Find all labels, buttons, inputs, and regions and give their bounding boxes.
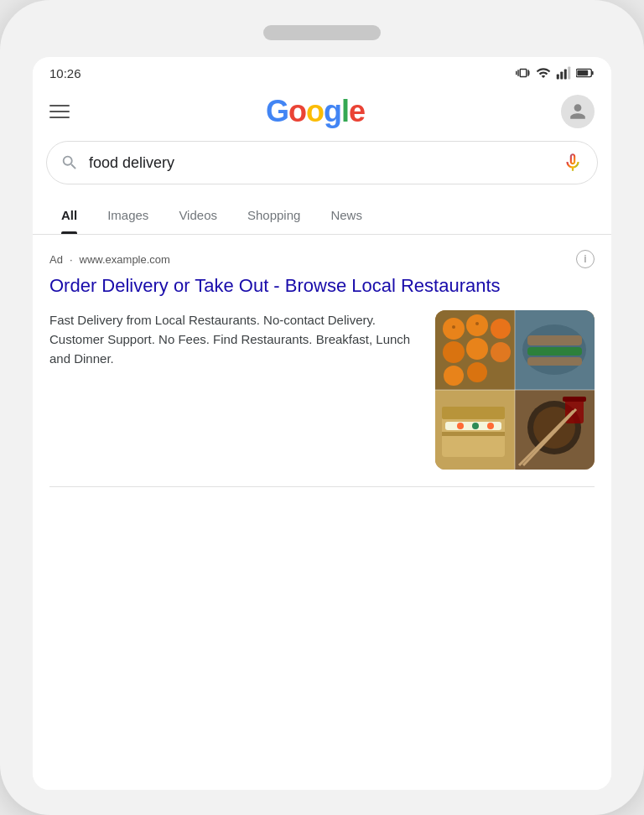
svg-point-17 — [452, 325, 455, 329]
logo-o2: o — [306, 94, 324, 128]
ad-image — [435, 310, 595, 470]
tab-shopping[interactable]: Shopping — [232, 196, 315, 234]
logo-g: G — [266, 94, 288, 128]
status-bar: 10:26 — [33, 57, 611, 86]
search-bar[interactable]: food delivery — [46, 141, 598, 184]
search-query[interactable]: food delivery — [89, 154, 552, 172]
svg-rect-3 — [568, 67, 570, 80]
svg-rect-21 — [527, 335, 582, 345]
ad-description: Fast Delivery from Local Restaurants. No… — [49, 310, 418, 369]
svg-rect-2 — [564, 70, 567, 80]
svg-rect-26 — [442, 407, 505, 419]
logo-g2: g — [324, 94, 341, 128]
search-bar-wrapper: food delivery — [33, 141, 611, 196]
logo-e: e — [349, 94, 365, 128]
person-icon — [569, 102, 587, 121]
hamburger-menu[interactable] — [49, 105, 70, 118]
info-icon[interactable]: i — [576, 250, 595, 268]
svg-rect-6 — [577, 70, 588, 75]
food-image-svg — [435, 310, 595, 470]
svg-rect-1 — [560, 72, 563, 80]
ad-header: Ad · www.example.com i — [49, 250, 595, 268]
logo-l: l — [341, 94, 349, 128]
svg-point-29 — [457, 423, 464, 429]
google-logo: Google — [266, 94, 365, 129]
hamburger-line-3 — [49, 117, 70, 118]
user-avatar[interactable] — [561, 95, 595, 128]
svg-rect-5 — [592, 71, 594, 75]
status-time: 10:26 — [49, 66, 81, 80]
ad-dot: · — [70, 253, 73, 266]
svg-rect-22 — [527, 347, 582, 356]
tab-videos[interactable]: Videos — [164, 196, 232, 234]
svg-rect-27 — [442, 432, 505, 436]
svg-point-12 — [443, 341, 465, 363]
svg-point-14 — [491, 342, 511, 362]
svg-rect-0 — [557, 75, 559, 80]
search-results: Ad · www.example.com i Order Delivery or… — [33, 235, 611, 790]
phone-screen: 10:26 — [33, 57, 611, 790]
phone-frame: 10:26 — [0, 0, 644, 815]
ad-info: Ad · www.example.com — [49, 253, 170, 266]
phone-notch — [263, 25, 381, 40]
signal-icon — [556, 65, 571, 80]
logo-o1: o — [288, 94, 306, 128]
svg-point-11 — [491, 319, 511, 339]
svg-point-18 — [475, 322, 479, 325]
search-tabs: All Images Videos Shopping News — [33, 196, 611, 235]
ad-title[interactable]: Order Delivery or Take Out - Browse Loca… — [49, 273, 595, 298]
ad-content: Fast Delivery from Local Restaurants. No… — [49, 310, 595, 470]
svg-rect-36 — [563, 397, 586, 402]
vibrate-icon — [516, 65, 531, 80]
hamburger-line-1 — [49, 105, 70, 106]
ad-url[interactable]: www.example.com — [80, 253, 170, 266]
microphone-icon[interactable] — [562, 152, 584, 174]
svg-point-31 — [487, 423, 494, 429]
svg-point-30 — [472, 423, 479, 429]
tab-news[interactable]: News — [315, 196, 377, 234]
top-bar: Google — [33, 86, 611, 141]
svg-point-13 — [466, 338, 488, 360]
result-divider — [49, 486, 595, 487]
wifi-icon — [536, 65, 551, 80]
status-icons — [516, 65, 595, 80]
tab-images[interactable]: Images — [92, 196, 164, 234]
tab-all[interactable]: All — [46, 196, 92, 234]
battery-icon — [576, 65, 595, 80]
svg-point-15 — [444, 366, 464, 386]
ad-label: Ad — [49, 253, 63, 266]
svg-point-16 — [467, 362, 487, 382]
svg-rect-23 — [527, 357, 582, 366]
search-icon — [60, 153, 79, 172]
hamburger-line-2 — [49, 111, 70, 112]
